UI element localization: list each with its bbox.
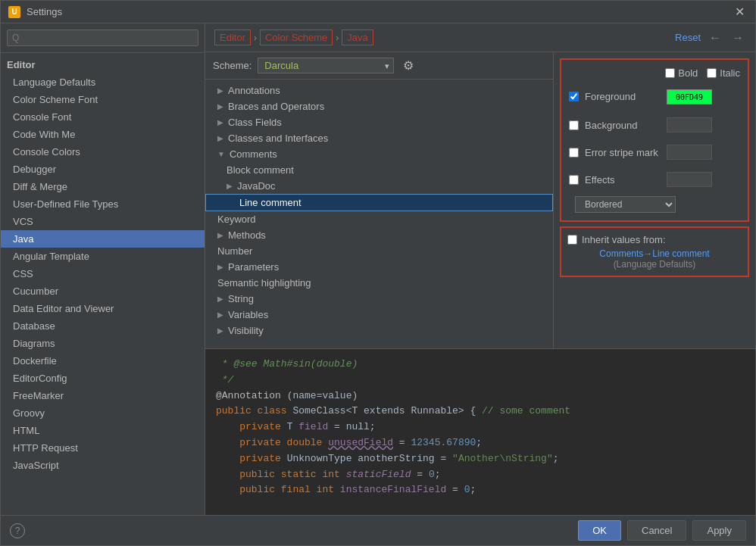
bottom-bar: ? OK Cancel Apply bbox=[1, 515, 755, 545]
tree-item-javadoc[interactable]: ▶ JavaDoc bbox=[205, 178, 553, 194]
code-line-8: public static int staticField = 0; bbox=[216, 467, 745, 483]
breadcrumb-java[interactable]: Java bbox=[342, 30, 373, 45]
sidebar-item-java[interactable]: Java bbox=[1, 230, 205, 248]
sidebar-item-database[interactable]: Database bbox=[1, 317, 205, 335]
tree-item-comments[interactable]: ▼ Comments bbox=[205, 146, 553, 162]
foreground-color-box[interactable]: 00FD49 bbox=[667, 89, 712, 105]
code-line-9: public final int instanceFinalField = 0; bbox=[216, 482, 745, 498]
sidebar-item-color-scheme-font[interactable]: Color Scheme Font bbox=[1, 91, 205, 108]
arrow-icon: ▶ bbox=[217, 118, 223, 126]
right-panel: Editor › Color Scheme › Java Reset ← → S… bbox=[205, 23, 755, 515]
sidebar-item-vcs[interactable]: VCS bbox=[1, 213, 205, 230]
scheme-select-wrapper: Darcula Default High contrast bbox=[258, 58, 394, 73]
app-icon: U bbox=[8, 6, 20, 18]
tree-item-annotations[interactable]: ▶ Annotations bbox=[205, 83, 553, 98]
arrow-icon: ▶ bbox=[226, 182, 233, 190]
effects-row: Effects bbox=[569, 172, 740, 187]
background-checkbox[interactable] bbox=[569, 120, 579, 130]
sidebar-item-diff-merge[interactable]: Diff & Merge bbox=[1, 178, 205, 195]
reset-button[interactable]: Reset bbox=[675, 32, 701, 43]
background-label: Background bbox=[585, 120, 661, 131]
error-stripe-row: Error stripe mark bbox=[569, 145, 740, 160]
close-button[interactable]: ✕ bbox=[732, 5, 748, 19]
tree-item-keyword[interactable]: Keyword bbox=[205, 211, 553, 227]
ok-button[interactable]: OK bbox=[578, 520, 621, 541]
arrow-icon: ▶ bbox=[217, 231, 223, 239]
sidebar-item-code-with-me[interactable]: Code With Me bbox=[1, 126, 205, 143]
bold-checkbox-label[interactable]: Bold bbox=[665, 67, 698, 79]
sidebar-item-console-colors[interactable]: Console Colors bbox=[1, 143, 205, 161]
sidebar-item-groovy[interactable]: Groovy bbox=[1, 404, 205, 422]
sidebar-item-debugger[interactable]: Debugger bbox=[1, 161, 205, 178]
inherit-sub: (Language Defaults) bbox=[567, 259, 742, 270]
sidebar-item-user-defined[interactable]: User-Defined File Types bbox=[1, 195, 205, 213]
search-input[interactable] bbox=[7, 30, 198, 46]
bordered-select[interactable]: Bordered Underscored Bold underscored Un… bbox=[575, 196, 676, 213]
code-line-1: * @see Math#sin(double) bbox=[216, 357, 745, 373]
effects-label: Effects bbox=[585, 174, 661, 186]
tree-item-braces[interactable]: ▶ Braces and Operators bbox=[205, 98, 553, 114]
gear-button[interactable]: ⚙ bbox=[400, 57, 417, 74]
tree-item-methods[interactable]: ▶ Methods bbox=[205, 227, 553, 243]
tree-item-variables[interactable]: ▶ Variables bbox=[205, 307, 553, 323]
tree-item-label: Class Fields bbox=[228, 117, 282, 128]
tree-item-label: Block comment bbox=[226, 164, 294, 176]
foreground-checkbox[interactable] bbox=[569, 92, 579, 101]
sidebar-item-editorconfig[interactable]: EditorConfig bbox=[1, 370, 205, 387]
tree-item-visibility[interactable]: ▶ Visibility bbox=[205, 323, 553, 339]
sidebar-item-http-request[interactable]: HTTP Request bbox=[1, 439, 205, 457]
error-stripe-color-box[interactable] bbox=[667, 145, 712, 160]
sidebar-item-dockerfile[interactable]: Dockerfile bbox=[1, 352, 205, 370]
nav-forward-button[interactable]: → bbox=[729, 31, 746, 45]
bold-checkbox[interactable] bbox=[665, 68, 675, 78]
breadcrumb-actions: Reset ← → bbox=[675, 31, 746, 45]
tree-item-number[interactable]: Number bbox=[205, 243, 553, 259]
sidebar-item-javascript[interactable]: JavaScript bbox=[1, 457, 205, 474]
inherit-row: Inherit values from: bbox=[567, 234, 742, 245]
tree-item-block-comment[interactable]: Block comment bbox=[205, 162, 553, 178]
tree-item-line-comment[interactable]: Line comment bbox=[205, 194, 553, 211]
sidebar-item-console-font[interactable]: Console Font bbox=[1, 108, 205, 126]
tree-item-label: Variables bbox=[228, 309, 268, 320]
search-box bbox=[1, 23, 205, 53]
help-button[interactable]: ? bbox=[10, 523, 25, 538]
tree-item-semantic[interactable]: Semantic highlighting bbox=[205, 275, 553, 291]
sidebar-item-cucumber[interactable]: Cucumber bbox=[1, 282, 205, 300]
sidebar-item-data-editor[interactable]: Data Editor and Viewer bbox=[1, 300, 205, 317]
tree-item-label: Number bbox=[217, 245, 252, 257]
arrow-icon: ▶ bbox=[217, 326, 223, 335]
breadcrumb-color-scheme[interactable]: Color Scheme bbox=[260, 30, 333, 45]
tree-item-class-fields[interactable]: ▶ Class Fields bbox=[205, 114, 553, 130]
sidebar-item-angular[interactable]: Angular Template bbox=[1, 248, 205, 265]
sidebar: Editor Language Defaults Color Scheme Fo… bbox=[1, 23, 205, 515]
cancel-button[interactable]: Cancel bbox=[627, 520, 686, 541]
inherit-checkbox[interactable] bbox=[567, 235, 577, 245]
sidebar-item-freemarker[interactable]: FreeMarker bbox=[1, 387, 205, 404]
tree-item-classes[interactable]: ▶ Classes and Interfaces bbox=[205, 130, 553, 146]
nav-back-button[interactable]: ← bbox=[707, 31, 723, 45]
preview-area: * @see Math#sin(double) */ @Annotation (… bbox=[205, 348, 755, 515]
apply-button[interactable]: Apply bbox=[692, 520, 746, 541]
sidebar-item-css[interactable]: CSS bbox=[1, 265, 205, 282]
sidebar-section-editor[interactable]: Editor bbox=[1, 56, 205, 73]
arrow-icon: ▶ bbox=[217, 310, 223, 319]
breadcrumb-editor[interactable]: Editor bbox=[214, 30, 251, 45]
tree-item-label: Comments bbox=[230, 148, 277, 160]
effects-checkbox[interactable] bbox=[569, 175, 579, 185]
inherit-link[interactable]: Comments→Line comment bbox=[567, 248, 742, 259]
effects-color-box[interactable] bbox=[667, 172, 712, 187]
sidebar-item-language-defaults[interactable]: Language Defaults bbox=[1, 73, 205, 91]
error-stripe-checkbox[interactable] bbox=[569, 148, 579, 158]
italic-checkbox-label[interactable]: Italic bbox=[707, 67, 740, 79]
tree-item-string[interactable]: ▶ String bbox=[205, 291, 553, 307]
breadcrumb-sep-2: › bbox=[336, 33, 339, 43]
italic-checkbox[interactable] bbox=[707, 68, 717, 78]
sidebar-item-diagrams[interactable]: Diagrams bbox=[1, 335, 205, 352]
tree-item-label: Braces and Operators bbox=[228, 101, 324, 112]
sidebar-item-html[interactable]: HTML bbox=[1, 422, 205, 439]
code-line-3: @Annotation (name=value) bbox=[216, 388, 745, 404]
background-color-box[interactable] bbox=[667, 117, 712, 133]
tree-item-parameters[interactable]: ▶ Parameters bbox=[205, 259, 553, 275]
scheme-select[interactable]: Darcula Default High contrast bbox=[258, 58, 394, 73]
options-container: Bold Italic Foreground bbox=[554, 52, 755, 348]
